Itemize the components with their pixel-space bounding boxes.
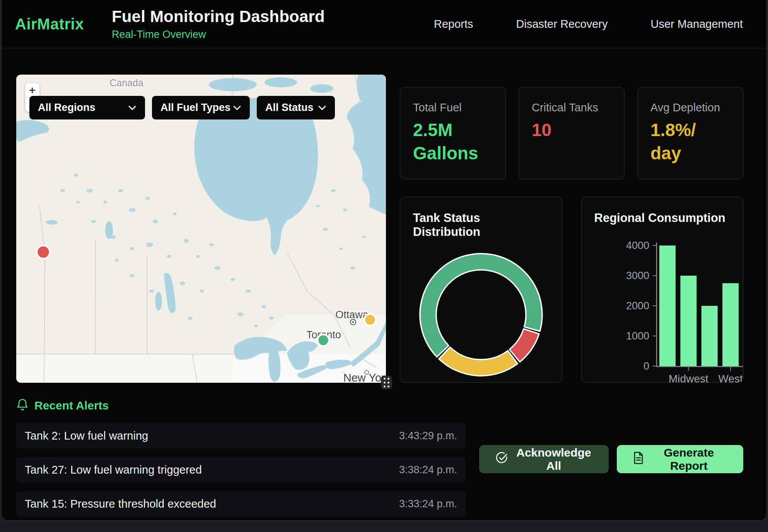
alerts-header: Recent Alerts: [16, 398, 743, 413]
kpi-label: Critical Tanks: [532, 101, 611, 114]
alert-actions: Acknowledge All Generate Report: [479, 445, 743, 473]
map-canvas: Canada Ottawa Toronto New York: [16, 75, 386, 383]
donut-chart: [413, 249, 549, 380]
alert-message: Tank 15: Pressure threshold exceeded: [25, 498, 216, 510]
bell-icon: [16, 398, 29, 413]
bar-3: [722, 283, 739, 367]
alert-timestamp: 3:33:24 p.m.: [399, 498, 457, 510]
document-icon: [633, 452, 644, 467]
alert-message: Tank 2: Low fuel warning: [25, 430, 148, 442]
donut-segment-yellow: [439, 347, 518, 376]
alerts-title: Recent Alerts: [34, 399, 109, 412]
nav-disaster-recovery[interactable]: Disaster Recovery: [516, 18, 608, 31]
map-marker-warning[interactable]: [364, 314, 376, 326]
alert-list: Tank 2: Low fuel warning 3:43:29 p.m. Ta…: [16, 423, 466, 521]
chart-title: Tank Status Distribution: [413, 211, 549, 239]
map-marker-normal[interactable]: [317, 334, 329, 346]
donut-segment-red: [509, 329, 539, 362]
chevron-down-icon: [128, 105, 137, 111]
zoom-in-button[interactable]: +: [25, 83, 39, 97]
alert-row[interactable]: Tank 15: Pressure threshold exceeded 3:3…: [16, 491, 466, 517]
map-marker-critical[interactable]: [37, 246, 50, 259]
map[interactable]: Canada Ottawa Toronto New York: [16, 75, 386, 383]
page-title: Fuel Monitoring Dashboard: [112, 7, 434, 26]
filter-fuel-types-label: All Fuel Types: [160, 102, 230, 114]
alert-message: Tank 27: Low fuel warning triggered: [25, 464, 202, 476]
kpi-row: Total Fuel 2.5M Gallons Critical Tanks 1…: [400, 87, 743, 177]
header: AirMatrix Fuel Monitoring Dashboard Real…: [2, 0, 766, 48]
recent-alerts-section: Recent Alerts Tank 2: Low fuel warning 3…: [2, 383, 766, 521]
filter-status-label: All Status: [265, 102, 314, 114]
filter-regions-label: All Regions: [38, 102, 96, 114]
kpi-label: Avg Depletion: [650, 101, 730, 114]
filter-regions-dropdown[interactable]: All Regions: [29, 96, 145, 119]
bar-chart: 01000200030004000MidwestWest: [594, 228, 744, 383]
kpi-label: Total Fuel: [413, 101, 493, 114]
svg-text:1000: 1000: [626, 330, 649, 342]
nav-reports[interactable]: Reports: [434, 18, 473, 31]
alert-row[interactable]: Tank 2: Low fuel warning 3:43:29 p.m.: [16, 423, 466, 448]
alerts-body: Tank 2: Low fuel warning 3:43:29 p.m. Ta…: [16, 423, 743, 521]
nav-user-management[interactable]: User Management: [650, 18, 743, 31]
page-subtitle: Real-Time Overview: [112, 29, 434, 41]
svg-text:0: 0: [643, 360, 649, 372]
acknowledge-all-button[interactable]: Acknowledge All: [479, 445, 609, 473]
alert-timestamp: 3:38:24 p.m.: [399, 464, 457, 476]
kpi-value: 2.5M Gallons: [413, 119, 493, 165]
chart-title: Regional Consumption: [594, 211, 730, 225]
regional-consumption-card: Regional Consumption 01000200030004000Mi…: [581, 197, 744, 383]
main-content: Canada Ottawa Toronto New York + −: [2, 48, 766, 383]
alert-row[interactable]: Tank 27: Low fuel warning triggered 3:38…: [16, 457, 466, 483]
generate-report-button[interactable]: Generate Report: [617, 445, 743, 473]
alert-timestamp: 3:43:29 p.m.: [399, 430, 457, 442]
x-tick-label: Midwest: [669, 373, 708, 383]
map-label-canada: Canada: [109, 77, 143, 88]
svg-text:3000: 3000: [626, 270, 649, 281]
filter-fuel-types-dropdown[interactable]: All Fuel Types: [152, 96, 250, 119]
bar-0: [659, 246, 676, 366]
chart-row: Tank Status Distribution Regional Consum…: [400, 197, 743, 383]
right-column: Total Fuel 2.5M Gallons Critical Tanks 1…: [400, 75, 743, 383]
acknowledge-all-label: Acknowledge All: [515, 446, 592, 472]
x-tick-label: West: [718, 373, 742, 383]
chevron-down-icon: [233, 105, 241, 111]
kpi-critical-tanks: Critical Tanks 10: [519, 87, 625, 179]
title-block: Fuel Monitoring Dashboard Real-Time Over…: [112, 7, 434, 41]
bar-1: [680, 276, 696, 366]
map-filters: All Regions All Fuel Types All Status: [29, 96, 335, 119]
app-window: AirMatrix Fuel Monitoring Dashboard Real…: [1, 0, 767, 521]
brand-logo[interactable]: AirMatrix: [15, 15, 84, 33]
map-resize-handle[interactable]: [381, 376, 392, 389]
main-nav: Reports Disaster Recovery User Managemen…: [434, 18, 743, 31]
kpi-value: 1.8%/ day: [650, 119, 730, 165]
filter-status-dropdown[interactable]: All Status: [257, 96, 335, 119]
kpi-value: 10: [532, 119, 611, 142]
check-circle-icon: [495, 452, 508, 467]
generate-report-label: Generate Report: [651, 446, 727, 472]
kpi-total-fuel: Total Fuel 2.5M Gallons: [400, 87, 506, 179]
tank-status-card: Tank Status Distribution: [400, 197, 562, 383]
svg-text:4000: 4000: [626, 240, 649, 251]
svg-text:2000: 2000: [626, 300, 649, 312]
map-panel: Canada Ottawa Toronto New York + −: [16, 75, 386, 383]
chevron-down-icon: [318, 105, 326, 111]
bar-2: [701, 306, 717, 366]
kpi-avg-depletion: Avg Depletion 1.8%/ day: [637, 87, 743, 179]
